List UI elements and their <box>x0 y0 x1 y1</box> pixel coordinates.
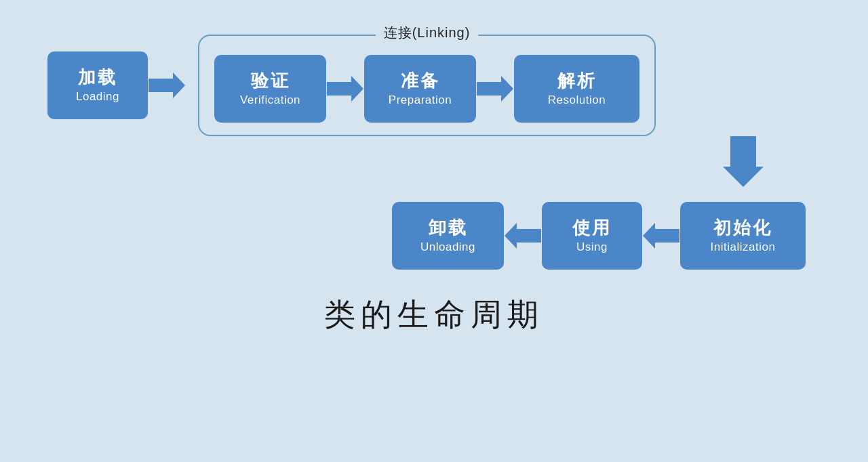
arrow-using-to-unloading <box>504 222 542 249</box>
row1: 加载 Loading 连接(Linking) 验证 Verification <box>47 35 821 136</box>
box-loading: 加载 Loading <box>47 51 148 119</box>
arrow-initialization-to-using <box>642 222 680 249</box>
box-using: 使用 Using <box>542 202 642 270</box>
verification-en: Verification <box>240 93 300 108</box>
resolution-en: Resolution <box>548 93 606 108</box>
svg-marker-2 <box>477 76 513 102</box>
svg-marker-0 <box>149 72 185 98</box>
arrow-preparation-to-resolution <box>476 75 514 102</box>
unloading-zh: 卸载 <box>429 217 468 240</box>
preparation-zh: 准备 <box>401 70 440 93</box>
resolution-zh: 解析 <box>557 70 597 93</box>
main-layout: 加载 Loading 连接(Linking) 验证 Verification <box>47 35 821 270</box>
using-zh: 使用 <box>572 217 612 240</box>
initialization-zh: 初始化 <box>713 217 772 240</box>
initialization-en: Initialization <box>711 240 776 255</box>
svg-marker-3 <box>723 136 764 187</box>
down-arrow-row <box>47 136 821 187</box>
arrow-verification-to-preparation <box>326 75 364 102</box>
verification-zh: 验证 <box>251 70 290 93</box>
arrow-loading-to-verification <box>148 72 186 99</box>
loading-en: Loading <box>76 89 119 104</box>
box-initialization: 初始化 Initialization <box>680 202 806 270</box>
page-title: 类的生命周期 <box>324 294 544 336</box>
loading-zh: 加载 <box>78 66 117 89</box>
svg-marker-4 <box>505 223 541 249</box>
svg-marker-1 <box>327 76 363 102</box>
box-preparation: 准备 Preparation <box>364 55 476 123</box>
linking-label: 连接(Linking) <box>376 24 479 42</box>
box-verification: 验证 Verification <box>214 55 326 123</box>
diagram: 加载 Loading 连接(Linking) 验证 Verification <box>20 14 848 448</box>
box-resolution: 解析 Resolution <box>514 55 639 123</box>
linking-group: 连接(Linking) 验证 Verification 准备 Preparati… <box>198 35 656 136</box>
unloading-en: Unloading <box>420 240 475 255</box>
using-en: Using <box>576 240 608 255</box>
row2: 卸载 Unloading 使用 Using <box>47 202 821 270</box>
arrow-resolution-to-initialization <box>680 136 806 187</box>
preparation-en: Preparation <box>389 93 452 108</box>
box-unloading: 卸载 Unloading <box>392 202 504 270</box>
svg-marker-5 <box>643 223 679 249</box>
